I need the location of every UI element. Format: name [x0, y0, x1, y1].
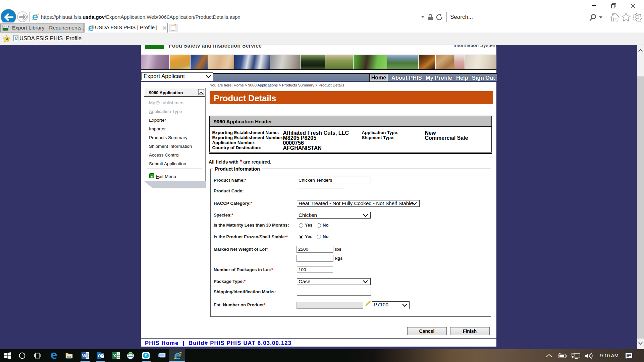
svg-text:X: X [113, 353, 116, 358]
svg-text:W: W [82, 353, 87, 358]
svg-text:O: O [98, 353, 101, 358]
svg-text:S: S [145, 353, 148, 358]
